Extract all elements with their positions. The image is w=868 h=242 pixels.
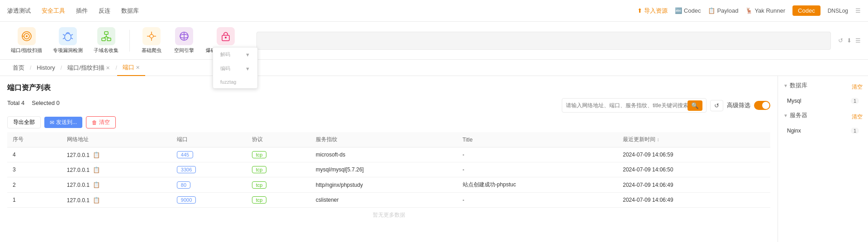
codec-nav-btn[interactable]: 🔤 Codec	[675, 7, 701, 14]
cell-id: 4	[7, 147, 62, 162]
protocol-badge: tcp	[252, 151, 267, 158]
cell-ip: 127.0.0.1 📋	[62, 162, 171, 177]
cell-port: 445	[171, 147, 247, 162]
top-actions-bar: Total 4 Selected 0 🔍 ↺ 高级筛选	[7, 98, 770, 113]
copy-icon[interactable]: 📋	[93, 197, 100, 204]
protocol-badge: tcp	[252, 181, 267, 189]
spider-icon	[142, 27, 161, 45]
svg-rect-10	[102, 38, 105, 41]
mysql-filter-item[interactable]: Mysql 1	[783, 96, 863, 106]
codec-button[interactable]: Codec	[792, 5, 821, 16]
server-filter-section: ▼ 服务器 清空 Nginx 1	[783, 111, 863, 136]
send-button[interactable]: ✉ 发送到...	[44, 117, 82, 128]
download-toolbar-icon[interactable]: ⬇	[847, 37, 852, 44]
cell-updated: 2024-07-09 14:06:59	[617, 147, 770, 162]
main-toolbar: 端口/指纹扫描 专项漏洞检测 子域名收集 基础爬虫 空间引擎	[0, 22, 868, 60]
subdomain-tool[interactable]: 子域名收集	[90, 25, 122, 56]
svg-point-24	[225, 37, 227, 38]
breadcrumb-port-tab[interactable]: 端口 ✕	[117, 60, 146, 76]
nav-reverse[interactable]: 反连	[99, 5, 110, 17]
copy-icon[interactable]: 📋	[93, 181, 100, 188]
export-button[interactable]: 导出全部	[7, 116, 41, 128]
port-badge: 80	[177, 181, 190, 189]
top-navigation: 渗透测试 安全工具 插件 反连 数据库 ⬆ 导入资源 🔤 Codec 📋 Pay…	[0, 0, 868, 22]
refresh-toolbar-icon[interactable]: ↺	[838, 37, 843, 44]
port-table: 序号 网络地址 端口 协议 服务指纹 Title	[7, 132, 770, 208]
cell-port: 9000	[171, 193, 247, 208]
vuln-label: 专项漏洞检测	[53, 47, 83, 54]
svg-point-4	[65, 33, 71, 41]
breadcrumb-home[interactable]: 首页	[7, 60, 30, 76]
database-filter-header: ▼ 数据库 清空	[783, 81, 863, 92]
database-filter-section: ▼ 数据库 清空 Mysql 1	[783, 81, 863, 106]
svg-line-7	[63, 38, 65, 39]
advanced-filter-toggle[interactable]	[754, 101, 770, 110]
nav-database[interactable]: 数据库	[121, 5, 139, 17]
cell-id: 3	[7, 162, 62, 177]
fuzztag-item[interactable]: fuzztag	[213, 76, 257, 88]
server-filter-header: ▼ 服务器 清空	[783, 111, 863, 122]
fingerprint-icon	[18, 27, 36, 45]
col-title: Title	[457, 132, 617, 147]
settings-icon[interactable]: ☰	[855, 7, 861, 14]
copy-icon[interactable]: 📋	[93, 152, 100, 158]
yakrunner-nav-btn[interactable]: 🦌 Yak Runner	[745, 7, 785, 14]
cell-updated: 2024-07-09 14:06:49	[617, 193, 770, 208]
svg-rect-9	[104, 32, 108, 34]
cell-id: 1	[7, 193, 62, 208]
copy-icon[interactable]: 📋	[93, 166, 100, 173]
port-badge: 445	[177, 151, 193, 158]
search-input[interactable]	[566, 102, 688, 109]
protocol-badge: tcp	[252, 166, 267, 173]
spider-tool[interactable]: 基础爬虫	[137, 25, 166, 56]
cell-fingerprint: mysql/mysql[5.7.26]	[310, 162, 457, 177]
menu-toolbar-icon[interactable]: ☰	[855, 37, 861, 44]
selected-stat: Selected 0	[32, 100, 59, 106]
col-fingerprint: 服务指纹	[310, 132, 457, 147]
cell-updated: 2024-07-09 14:06:49	[617, 177, 770, 193]
search-button[interactable]: 🔍	[688, 100, 702, 111]
sub-actions-bar: 导出全部 ✉ 发送到... 🗑 清空	[7, 116, 770, 128]
nginx-filter-item[interactable]: Nginx 1	[783, 126, 863, 136]
server-clear-btn[interactable]: 清空	[852, 113, 863, 121]
payload-nav-btn[interactable]: 📋 Payload	[708, 7, 738, 14]
cell-title: -	[457, 147, 617, 162]
yakrunner-icon: 🦌	[745, 7, 753, 14]
search-wrap: 🔍	[562, 98, 707, 113]
portscan-close-icon[interactable]: ✕	[106, 65, 110, 71]
cell-title: 站点创建成功-phpstuc	[457, 177, 617, 193]
svg-point-15	[150, 34, 153, 38]
total-stat: Total 4	[7, 100, 24, 106]
col-protocol: 协议	[247, 132, 310, 147]
import-resources-btn[interactable]: ⬆ 导入资源	[637, 7, 668, 15]
import-icon: ⬆	[637, 7, 642, 14]
sort-icon[interactable]: ↕	[657, 137, 659, 142]
nav-security-tools[interactable]: 安全工具	[42, 5, 65, 17]
nav-pentest[interactable]: 渗透测试	[7, 5, 31, 17]
table-row: 2 127.0.0.1 📋 80 tcp http/nginx/phpstudy…	[7, 177, 770, 193]
send-icon: ✉	[50, 119, 54, 126]
protocol-badge: tcp	[252, 196, 267, 204]
space-engine-tool[interactable]: 空间引擎	[170, 25, 199, 56]
toolbar-divider	[129, 30, 130, 52]
decode-item[interactable]: 解码 ▼	[213, 47, 257, 62]
encode-item[interactable]: 编码 ▼	[213, 62, 257, 76]
left-panel: 端口资产列表 Total 4 Selected 0 🔍 ↺ 高级筛选	[0, 76, 778, 242]
chevron-down-icon-2: ▼	[783, 113, 788, 118]
chevron-down-icon: ▼	[783, 83, 788, 88]
clear-button[interactable]: 🗑 清空	[86, 116, 116, 128]
fingerprint-scan-tool[interactable]: 端口/指纹扫描	[7, 25, 46, 56]
vuln-detect-tool[interactable]: 专项漏洞检测	[49, 25, 86, 56]
breadcrumb-history[interactable]: History	[31, 61, 60, 75]
port-badge: 9000	[177, 196, 196, 204]
database-clear-btn[interactable]: 清空	[852, 83, 863, 91]
nav-plugins[interactable]: 插件	[76, 5, 88, 17]
svg-line-6	[71, 34, 73, 35]
dnslog-button[interactable]: DNSLog	[828, 8, 848, 14]
payload-icon: 📋	[708, 7, 715, 14]
table-row: 3 127.0.0.1 📋 3306 tcp mysql/mysql[5.7.2…	[7, 162, 770, 177]
breadcrumb-portscan[interactable]: 端口/指纹扫描 ✕	[62, 60, 115, 76]
svg-line-8	[71, 38, 73, 39]
refresh-button[interactable]: ↺	[710, 100, 723, 111]
port-tab-close-icon[interactable]: ✕	[136, 65, 140, 70]
